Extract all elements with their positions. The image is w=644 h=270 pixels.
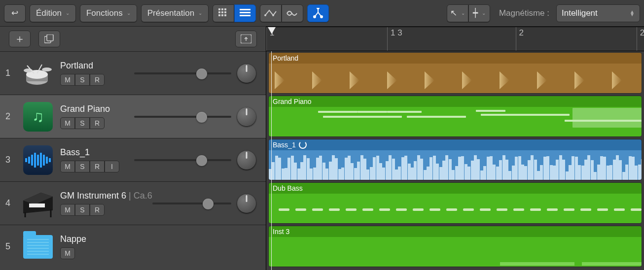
automation-button[interactable] xyxy=(260,4,282,22)
region-body xyxy=(269,64,642,93)
ruler[interactable]: 11 322 xyxy=(266,27,644,51)
region-body xyxy=(269,194,642,223)
region-name: Grand Piano xyxy=(273,98,312,105)
track-number: 3 xyxy=(0,155,16,165)
region-body xyxy=(269,237,642,267)
playhead-icon[interactable] xyxy=(268,27,276,34)
m-button[interactable]: M xyxy=(60,247,75,259)
region-body xyxy=(269,107,642,136)
menu-edit[interactable]: Édition⌄ xyxy=(30,4,76,22)
region-clip[interactable]: Dub Bass xyxy=(268,182,642,224)
track-icon[interactable] xyxy=(21,56,55,91)
track-name[interactable]: Bass_1 xyxy=(60,147,134,158)
i-button[interactable]: I xyxy=(105,161,119,172)
svg-point-19 xyxy=(317,8,319,9)
track-name[interactable]: Portland xyxy=(60,61,134,71)
region-clip[interactable]: Inst 3 xyxy=(268,226,642,267)
pan-knob[interactable] xyxy=(237,107,256,126)
svg-point-12 xyxy=(264,14,266,16)
track-icon[interactable]: ♫ xyxy=(21,100,55,134)
duplicate-track-button[interactable] xyxy=(38,31,60,47)
list-view-button[interactable] xyxy=(234,4,256,22)
tool-group: ↖⌄ ┿⌄ xyxy=(447,4,490,22)
track-row[interactable]: 3 Bass_1 MSRI xyxy=(0,138,266,181)
track-number: 4 xyxy=(0,198,16,208)
s-button[interactable]: S xyxy=(75,161,90,172)
track-icon[interactable] xyxy=(21,230,55,264)
track-name[interactable]: GM Instrument 6 | Ca.6 xyxy=(60,191,152,201)
volume-slider[interactable] xyxy=(134,69,231,77)
track-name[interactable]: Nappe xyxy=(60,234,134,244)
pan-knob[interactable] xyxy=(237,194,256,213)
region-name: Dub Bass xyxy=(273,184,303,192)
scissors-node-icon xyxy=(313,8,323,19)
svg-rect-8 xyxy=(224,14,226,16)
volume-slider[interactable] xyxy=(134,113,231,121)
region-lane-area[interactable]: PortlandGrand PianoBass_1Dub BassInst 3 xyxy=(266,51,644,270)
track-row[interactable]: 4 GM Instrument 6 | Ca.6 MSR xyxy=(0,181,266,225)
r-button[interactable]: R xyxy=(90,74,105,86)
region-clip[interactable]: Portland xyxy=(268,52,642,94)
region-header: Dub Bass xyxy=(269,183,642,194)
chevron-down-icon: ⌄ xyxy=(461,10,465,16)
pointer-tool[interactable]: ↖⌄ xyxy=(447,4,468,22)
catalog-icon xyxy=(241,34,251,43)
volume-slider[interactable] xyxy=(152,200,231,207)
track-number: 5 xyxy=(0,241,16,252)
m-button[interactable]: M xyxy=(60,117,75,129)
r-button[interactable]: R xyxy=(90,117,105,129)
region-clip[interactable]: Grand Piano xyxy=(268,96,642,137)
region-header: Bass_1 xyxy=(269,139,642,150)
marquee-tool[interactable]: ┿⌄ xyxy=(468,4,490,22)
view-mode-group xyxy=(213,4,256,22)
chevron-down-icon: ⌄ xyxy=(66,10,70,16)
svg-point-27 xyxy=(42,68,52,71)
m-button[interactable]: M xyxy=(60,204,75,216)
r-button[interactable]: R xyxy=(90,204,105,216)
s-button[interactable]: S xyxy=(75,74,90,86)
svg-rect-10 xyxy=(240,12,250,13)
list-icon xyxy=(240,9,250,18)
flex-button[interactable] xyxy=(282,4,303,22)
chevron-down-icon: ⌄ xyxy=(482,10,486,16)
automation-flex-group xyxy=(260,4,303,22)
track-row[interactable]: 2 ♫ Grand Piano MSR xyxy=(0,95,266,138)
grid-view-button[interactable] xyxy=(213,4,234,22)
svg-rect-21 xyxy=(47,34,53,41)
track-number: 1 xyxy=(0,68,16,78)
r-button[interactable]: R xyxy=(90,161,105,172)
region-name: Portland xyxy=(273,54,298,62)
back-button[interactable]: ↩ xyxy=(4,4,26,22)
pan-knob[interactable] xyxy=(237,64,256,83)
region-header: Portland xyxy=(269,53,642,64)
track-number: 2 xyxy=(0,111,16,122)
svg-point-18 xyxy=(321,16,322,18)
add-track-button[interactable]: ＋ xyxy=(9,31,31,47)
region-name: Inst 3 xyxy=(273,228,289,236)
m-button[interactable]: M xyxy=(60,161,75,172)
region-header: Grand Piano xyxy=(269,96,642,107)
svg-rect-11 xyxy=(240,15,250,16)
region-header: Inst 3 xyxy=(269,226,642,237)
snap-select[interactable]: Intelligent ▲▼ xyxy=(556,4,640,22)
svg-rect-4 xyxy=(221,11,223,13)
pan-knob[interactable] xyxy=(237,151,256,169)
menu-view[interactable]: Présentation⌄ xyxy=(141,4,209,22)
track-catalog-button[interactable] xyxy=(235,31,257,47)
track-name[interactable]: Grand Piano xyxy=(60,104,134,114)
region-name: Bass_1 xyxy=(273,141,296,149)
catch-playhead-button[interactable] xyxy=(307,4,329,22)
duplicate-icon xyxy=(44,34,54,43)
s-button[interactable]: S xyxy=(75,117,90,129)
track-row[interactable]: 5 Nappe M xyxy=(0,225,266,268)
track-icon[interactable] xyxy=(21,143,55,177)
track-row[interactable]: 1 Portland MSR xyxy=(0,51,266,95)
track-icon[interactable] xyxy=(21,186,55,221)
ruler-mark: 2 xyxy=(637,27,644,51)
s-button[interactable]: S xyxy=(75,204,90,216)
volume-slider[interactable] xyxy=(134,156,231,164)
svg-rect-2 xyxy=(224,8,226,10)
m-button[interactable]: M xyxy=(60,74,75,86)
region-clip[interactable]: Bass_1 xyxy=(268,139,642,180)
menu-functions[interactable]: Fonctions⌄ xyxy=(80,4,137,22)
